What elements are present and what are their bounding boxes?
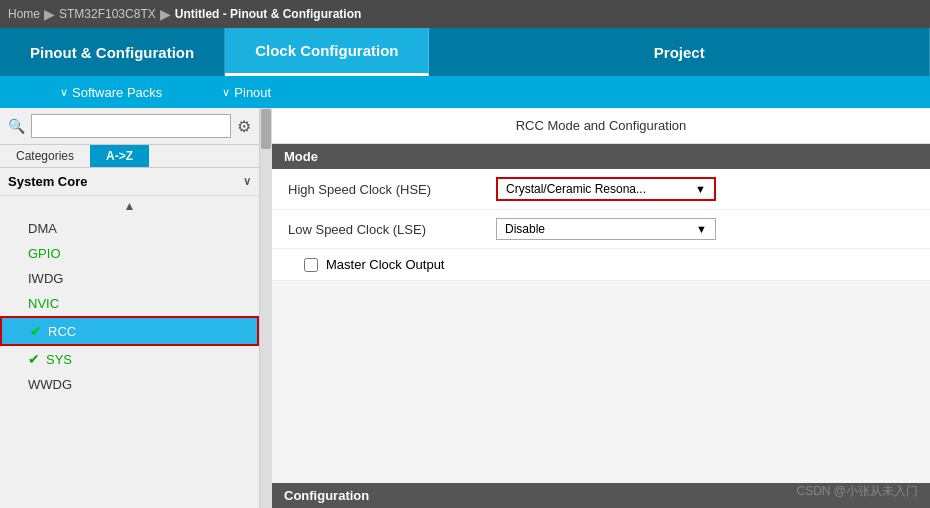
top-nav: Pinout & Configuration Clock Configurati… xyxy=(0,28,930,76)
search-icon: 🔍 xyxy=(8,118,25,134)
subnav-software-packs[interactable]: ∨ Software Packs xyxy=(60,85,162,100)
breadcrumb-sep-2: ▶ xyxy=(160,6,171,22)
check-icon: ✔ xyxy=(28,351,40,367)
check-circle-icon: ✔ xyxy=(30,323,42,339)
breadcrumb: Home ▶ STM32F103C8TX ▶ Untitled - Pinout… xyxy=(0,0,930,28)
content-area: RCC Mode and Configuration Mode High Spe… xyxy=(272,108,930,508)
sidebar-item-nvic[interactable]: NVIC xyxy=(0,291,259,316)
sidebar-item-gpio[interactable]: GPIO xyxy=(0,241,259,266)
mode-section-header: Mode xyxy=(272,144,930,169)
tab-categories[interactable]: Categories xyxy=(0,145,90,167)
sidebar-search-row: 🔍 ⚙ xyxy=(0,108,259,145)
scrollbar-thumb[interactable] xyxy=(261,109,271,149)
tab-project[interactable]: Project xyxy=(429,28,930,76)
sidebar-scrollbar[interactable] xyxy=(260,108,272,508)
breadcrumb-sep-1: ▶ xyxy=(44,6,55,22)
sidebar-section-system-core[interactable]: System Core ∨ xyxy=(0,168,259,196)
sidebar: 🔍 ⚙ Categories A->Z System Core ∨ ▲ DMA xyxy=(0,108,260,508)
master-clock-label: Master Clock Output xyxy=(326,257,445,272)
breadcrumb-current: Untitled - Pinout & Configuration xyxy=(175,7,362,21)
gear-icon[interactable]: ⚙ xyxy=(237,117,251,136)
tab-pinout-config[interactable]: Pinout & Configuration xyxy=(0,28,225,76)
chevron-down-icon: ∨ xyxy=(60,86,68,99)
main-layout: 🔍 ⚙ Categories A->Z System Core ∨ ▲ DMA xyxy=(0,108,930,508)
tab-clock-config[interactable]: Clock Configuration xyxy=(225,28,429,76)
sidebar-item-iwdg[interactable]: IWDG xyxy=(0,266,259,291)
lse-select[interactable]: Disable ▼ xyxy=(496,218,716,240)
sidebar-item-sys[interactable]: ✔ SYS xyxy=(0,346,259,372)
hse-select[interactable]: Crystal/Ceramic Resona... ▼ xyxy=(496,177,716,201)
sidebar-item-wwdg[interactable]: WWDG xyxy=(0,372,259,397)
subnav-pinout[interactable]: ∨ Pinout xyxy=(222,85,271,100)
chevron-down-icon: ∨ xyxy=(243,175,251,188)
search-input[interactable] xyxy=(31,114,231,138)
scroll-up-arrow[interactable]: ▲ xyxy=(0,196,259,216)
master-clock-checkbox[interactable] xyxy=(304,258,318,272)
hse-label: High Speed Clock (HSE) xyxy=(288,182,488,197)
sidebar-item-dma[interactable]: DMA xyxy=(0,216,259,241)
breadcrumb-device[interactable]: STM32F103C8TX xyxy=(59,7,156,21)
chevron-down-icon: ▼ xyxy=(695,183,706,195)
sidebar-list: DMA GPIO IWDG NVIC ✔ RCC ✔ SYS WWDG xyxy=(0,216,259,397)
sidebar-item-rcc[interactable]: ✔ RCC xyxy=(0,316,259,346)
chevron-down-icon: ▼ xyxy=(696,223,707,235)
master-clock-row: Master Clock Output xyxy=(272,249,930,281)
hse-row: High Speed Clock (HSE) Crystal/Ceramic R… xyxy=(272,169,930,210)
sub-nav: ∨ Software Packs ∨ Pinout xyxy=(0,76,930,108)
tab-az[interactable]: A->Z xyxy=(90,145,149,167)
content-header: RCC Mode and Configuration xyxy=(272,108,930,144)
sidebar-tabs: Categories A->Z xyxy=(0,145,259,168)
lse-row: Low Speed Clock (LSE) Disable ▼ xyxy=(272,210,930,249)
chevron-down-icon: ∨ xyxy=(222,86,230,99)
watermark: CSDN @小张从未入门 xyxy=(796,483,918,500)
breadcrumb-home[interactable]: Home xyxy=(8,7,40,21)
lse-label: Low Speed Clock (LSE) xyxy=(288,222,488,237)
